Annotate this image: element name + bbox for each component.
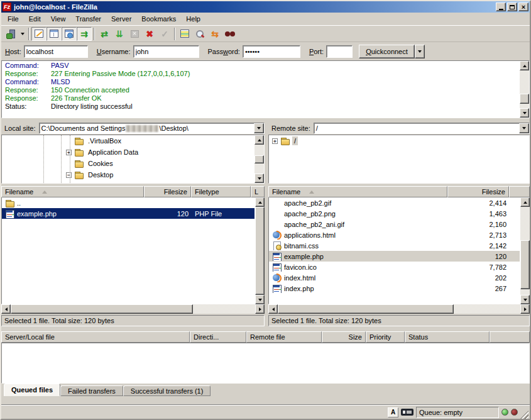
tree-item[interactable]: .VirtualBox — [2, 135, 255, 146]
close-button[interactable]: × — [518, 3, 528, 11]
queue-column-header-remote-file[interactable]: Remote file — [246, 331, 322, 343]
username-input[interactable] — [133, 45, 199, 58]
queue-column-header-server-local-file[interactable]: Server/Local file — [1, 331, 190, 343]
disconnect-button[interactable]: ✖ — [142, 27, 157, 41]
column-header-filename[interactable]: Filename — [1, 186, 144, 197]
remote-path-combo[interactable]: / — [314, 123, 530, 134]
scroll-down-button[interactable] — [520, 108, 529, 118]
scroll-up-button[interactable] — [520, 197, 530, 207]
queue-column-header-size[interactable]: Size — [322, 331, 366, 343]
scroll-up-button[interactable] — [255, 135, 264, 145]
menu-item-file[interactable]: File — [3, 13, 24, 25]
menu-item-view[interactable]: View — [46, 13, 71, 25]
file-row[interactable]: favicon.ico7,782 — [269, 262, 520, 272]
column-header-filesize[interactable]: Filesize — [447, 186, 509, 197]
queue-column-header-directi---[interactable]: Directi... — [190, 331, 246, 343]
column-header-lastmodified[interactable]: L — [251, 186, 265, 197]
scroll-up-button[interactable] — [255, 197, 265, 207]
synchronized-browsing-button[interactable]: ⇆ — [207, 27, 222, 41]
toggle-remote-tree-button[interactable] — [62, 27, 77, 41]
tree-item[interactable]: −Desktop — [2, 169, 255, 180]
queue-column-header-priority[interactable]: Priority — [366, 331, 405, 343]
remote-path-dropdown-button[interactable] — [519, 123, 529, 133]
file-row[interactable]: index.html202 — [269, 272, 520, 283]
cancel-operation-button[interactable]: ✕ — [127, 27, 142, 41]
tree-item[interactable]: +Application Data — [2, 146, 255, 158]
file-row[interactable]: applications.html2,713 — [269, 229, 520, 240]
scroll-down-button[interactable] — [255, 295, 265, 304]
column-header-filesize[interactable]: Filesize — [144, 186, 191, 197]
file-name: .. — [17, 199, 21, 207]
password-input[interactable] — [243, 45, 300, 58]
file-row[interactable]: bitnami.css2,142 — [269, 240, 520, 251]
filter-button[interactable] — [222, 27, 238, 41]
process-queue-button[interactable]: ⇊ — [112, 27, 127, 41]
scrollbar-thumb[interactable] — [278, 304, 454, 314]
toggle-message-log-button[interactable] — [31, 27, 47, 41]
column-header-filetype[interactable]: Filetype — [191, 186, 251, 197]
scroll-left-button[interactable] — [1, 304, 11, 314]
tab-failed-transfers[interactable]: Failed transfers — [60, 385, 123, 396]
collapse-icon[interactable]: − — [66, 172, 72, 178]
tree-item-root[interactable]: + / — [269, 135, 529, 146]
speed-limits-icon[interactable] — [401, 409, 413, 416]
file-row[interactable]: index.php267 — [269, 283, 520, 294]
refresh-button[interactable]: ⇄ — [97, 27, 112, 41]
host-input[interactable] — [24, 45, 88, 58]
remote-horizontal-scrollbar[interactable] — [268, 304, 530, 314]
file-row[interactable]: .. — [2, 197, 255, 208]
scrollbar-thumb[interactable] — [11, 304, 193, 314]
find-files-button[interactable] — [192, 27, 207, 41]
message-log-scrollbar[interactable] — [520, 61, 529, 118]
maximize-button[interactable] — [507, 3, 517, 11]
quickconnect-dropdown-button[interactable] — [415, 45, 425, 58]
directory-comparison-button[interactable] — [177, 27, 192, 41]
scrollbar-thumb[interactable] — [520, 240, 530, 289]
remote-list-scrollbar[interactable] — [520, 197, 530, 304]
scroll-up-button[interactable] — [520, 61, 529, 70]
queue-column-header-status[interactable]: Status — [405, 331, 490, 343]
quickconnect-button[interactable]: Quickconnect — [359, 45, 415, 58]
data-type-icon[interactable]: A — [388, 407, 398, 417]
column-header-filename[interactable]: Filename — [268, 186, 447, 197]
file-row[interactable]: apache_pb2.png1,463 — [269, 208, 520, 219]
file-row[interactable]: apache_pb2_ani.gif2,160 — [269, 219, 520, 229]
local-path-dropdown-button[interactable] — [254, 123, 264, 133]
expand-icon[interactable]: + — [272, 138, 278, 144]
tab-successful-transfers--1-[interactable]: Successful transfers (1) — [123, 385, 211, 396]
port-input[interactable] — [326, 45, 353, 58]
local-path-combo[interactable]: C:\Documents and Settings\Desktop\ — [39, 123, 265, 134]
tree-item[interactable]: Cookies — [2, 158, 255, 169]
file-row[interactable]: example.php120 — [269, 251, 520, 262]
toggle-transfer-queue-button[interactable]: ⇉ — [77, 27, 92, 41]
file-row[interactable]: apache_pb2.gif2,414 — [269, 197, 520, 208]
expand-icon[interactable]: + — [66, 150, 72, 155]
activity-led-send-icon — [501, 409, 508, 416]
scroll-down-button[interactable] — [255, 174, 264, 183]
minimize-button[interactable] — [496, 3, 506, 11]
queue-list[interactable] — [1, 343, 530, 384]
site-manager-button[interactable] — [3, 27, 18, 41]
local-tree-scrollbar[interactable] — [255, 135, 264, 183]
scroll-down-button[interactable] — [520, 295, 530, 304]
scrollbar-thumb[interactable] — [255, 207, 265, 295]
tab-queued-files[interactable]: Queued files — [4, 384, 60, 396]
scroll-right-button[interactable] — [520, 304, 530, 314]
reconnect-button[interactable]: ✓ — [157, 27, 172, 41]
menu-item-server[interactable]: Server — [106, 13, 136, 25]
scroll-left-button[interactable] — [268, 304, 278, 314]
resize-grip[interactable] — [520, 411, 528, 419]
scrollbar-thumb[interactable] — [520, 94, 529, 104]
scroll-right-button[interactable] — [255, 304, 265, 314]
site-manager-dropdown-button[interactable] — [18, 27, 26, 41]
menu-item-help[interactable]: Help — [181, 13, 205, 25]
menu-item-bookmarks[interactable]: Bookmarks — [136, 13, 181, 25]
file-row[interactable]: example.php120PHP File1 — [2, 208, 255, 219]
local-horizontal-scrollbar[interactable] — [1, 304, 265, 314]
local-list-scrollbar[interactable] — [255, 197, 265, 304]
scrollbar-thumb[interactable] — [255, 155, 264, 163]
toggle-local-tree-button[interactable] — [47, 27, 62, 41]
menu-item-transfer[interactable]: Transfer — [70, 13, 106, 25]
menu-item-edit[interactable]: Edit — [24, 13, 46, 25]
queue-header: Server/Local fileDirecti...Remote fileSi… — [1, 331, 530, 343]
